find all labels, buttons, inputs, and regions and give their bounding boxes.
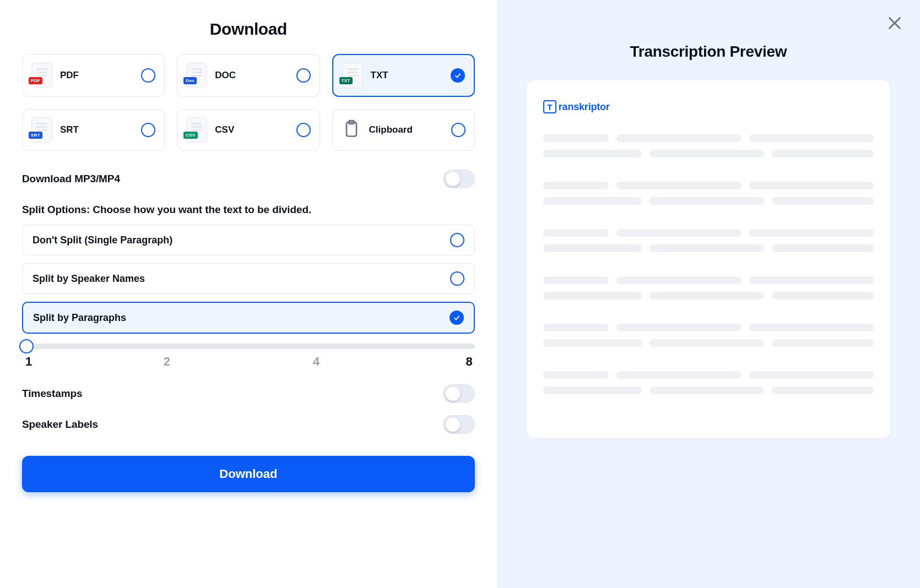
speaker-labels-label: Speaker Labels bbox=[22, 418, 98, 431]
slider-tick-2: 2 bbox=[164, 355, 170, 369]
radio-indicator[interactable] bbox=[296, 68, 311, 83]
split-option[interactable]: Split by Paragraphs bbox=[22, 302, 475, 334]
format-tile-srt[interactable]: SRTSRT bbox=[22, 109, 165, 151]
preview-title: Transcription Preview bbox=[527, 43, 890, 61]
radio-indicator[interactable] bbox=[141, 68, 155, 83]
slider-ticks: 1 2 4 8 bbox=[22, 355, 475, 369]
clipboard-icon bbox=[342, 117, 361, 143]
format-tile-csv[interactable]: CSVCSV bbox=[177, 109, 320, 151]
split-option-label: Split by Paragraphs bbox=[33, 312, 126, 324]
split-caption: Split Options: Choose how you want the t… bbox=[22, 204, 475, 216]
brand-mark-icon: T bbox=[543, 100, 556, 113]
download-settings-panel: Download PDFPDFDocDOCTXTTXTSRTSRTCSVCSVC… bbox=[0, 0, 497, 588]
format-tile-clipboard[interactable]: Clipboard bbox=[332, 109, 475, 151]
format-label: TXT bbox=[371, 70, 388, 81]
file-icon: PDF bbox=[31, 63, 52, 88]
radio-indicator[interactable] bbox=[451, 123, 466, 137]
speaker-labels-row: Speaker Labels bbox=[22, 411, 475, 438]
timestamps-label: Timestamps bbox=[22, 388, 83, 400]
brand-logo: T ranskriptor bbox=[543, 100, 610, 113]
slider-tick-1: 1 bbox=[25, 355, 32, 369]
split-option-label: Don't Split (Single Paragraph) bbox=[33, 235, 172, 246]
brand-text: ranskriptor bbox=[559, 101, 610, 113]
mp3-mp4-label: Download MP3/MP4 bbox=[22, 173, 120, 185]
download-button[interactable]: Download bbox=[22, 456, 475, 492]
timestamps-row: Timestamps bbox=[22, 380, 475, 407]
file-badge: SRT bbox=[29, 132, 42, 139]
file-icon: CSV bbox=[186, 117, 207, 143]
file-badge: PDF bbox=[29, 77, 42, 84]
mp3-mp4-row: Download MP3/MP4 bbox=[22, 165, 475, 193]
close-icon[interactable] bbox=[886, 14, 903, 32]
download-dialog: Download PDFPDFDocDOCTXTTXTSRTSRTCSVCSVC… bbox=[0, 0, 920, 588]
speaker-labels-toggle[interactable] bbox=[443, 415, 475, 434]
slider-track[interactable] bbox=[22, 344, 475, 349]
radio-indicator[interactable] bbox=[141, 123, 155, 137]
split-option-label: Split by Speaker Names bbox=[33, 273, 145, 285]
paragraph-count-slider[interactable]: 1 2 4 8 bbox=[22, 344, 475, 369]
format-label: CSV bbox=[215, 124, 234, 135]
format-tile-txt[interactable]: TXTTXT bbox=[332, 54, 475, 97]
slider-tick-8: 8 bbox=[466, 355, 473, 369]
split-options: Don't Split (Single Paragraph)Split by S… bbox=[22, 225, 475, 334]
file-badge: TXT bbox=[339, 77, 353, 84]
preview-panel: Transcription Preview T ranskriptor bbox=[497, 0, 920, 588]
radio-indicator[interactable] bbox=[451, 68, 465, 83]
split-option[interactable]: Split by Speaker Names bbox=[22, 263, 475, 294]
file-icon: Doc bbox=[186, 63, 207, 88]
format-label: PDF bbox=[60, 70, 79, 81]
preview-card: T ranskriptor bbox=[527, 80, 890, 438]
timestamps-toggle[interactable] bbox=[443, 384, 475, 403]
slider-tick-4: 4 bbox=[313, 355, 320, 369]
preview-skeleton bbox=[543, 134, 874, 394]
radio-indicator[interactable] bbox=[450, 271, 464, 286]
slider-thumb[interactable] bbox=[19, 339, 34, 353]
format-label: SRT bbox=[60, 124, 79, 135]
radio-indicator[interactable] bbox=[450, 233, 464, 247]
format-label: DOC bbox=[215, 70, 236, 81]
format-grid: PDFPDFDocDOCTXTTXTSRTSRTCSVCSVClipboard bbox=[22, 54, 475, 151]
format-tile-doc[interactable]: DocDOC bbox=[177, 54, 320, 97]
radio-indicator[interactable] bbox=[450, 311, 464, 325]
format-label: Clipboard bbox=[369, 124, 413, 135]
page-title: Download bbox=[22, 20, 475, 39]
split-option[interactable]: Don't Split (Single Paragraph) bbox=[22, 225, 475, 255]
radio-indicator[interactable] bbox=[296, 123, 311, 137]
file-icon: TXT bbox=[342, 63, 363, 88]
file-badge: CSV bbox=[183, 132, 197, 139]
file-icon: SRT bbox=[31, 117, 52, 143]
file-badge: Doc bbox=[183, 77, 197, 84]
mp3-mp4-toggle[interactable] bbox=[443, 170, 475, 188]
format-tile-pdf[interactable]: PDFPDF bbox=[22, 54, 165, 97]
